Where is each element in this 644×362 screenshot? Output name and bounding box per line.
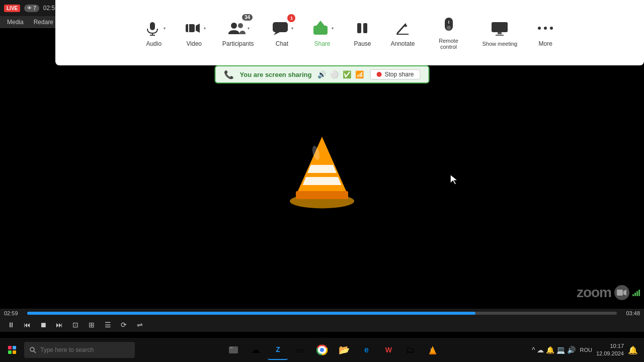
search-input[interactable] (40, 346, 126, 353)
svg-marker-29 (307, 165, 337, 173)
zoom-tool-remote[interactable]: Remote control (423, 12, 474, 54)
taskbar-app-files[interactable] (223, 340, 244, 360)
next-button[interactable]: ⏭ (52, 319, 66, 331)
vol-bar-3 (636, 291, 638, 296)
svg-rect-13 (363, 23, 367, 33)
taskbar-search[interactable] (24, 342, 135, 358)
start-button[interactable] (0, 338, 24, 362)
svg-point-25 (550, 27, 553, 30)
audio-label: Audio (146, 40, 162, 47)
svg-line-41 (34, 351, 36, 353)
svg-point-7 (238, 23, 243, 28)
notification-area[interactable]: 🔔 (628, 345, 638, 355)
playlist-button[interactable]: ☰ (101, 319, 115, 331)
svg-rect-21 (498, 32, 502, 34)
zoom-tool-chat[interactable]: 1 ▾ Chat (262, 14, 302, 51)
menu-media[interactable]: Media (2, 18, 29, 27)
audio-caret: ▾ (164, 26, 166, 31)
svg-rect-39 (13, 350, 16, 354)
svg-rect-36 (8, 346, 12, 349)
svg-point-6 (231, 23, 237, 29)
vlc-progress-area[interactable]: 02:59 03:48 (0, 309, 644, 318)
svg-marker-35 (623, 290, 626, 296)
taskbar-clock[interactable]: 10:17 12.09.2024 (596, 342, 624, 358)
zoom-tool-more[interactable]: More (525, 14, 566, 51)
remote-label: Remote control (431, 38, 466, 50)
tray-volume-icon[interactable]: 🔊 (567, 346, 576, 354)
play-pause-button[interactable]: ⏸ (4, 319, 18, 331)
tray-expand-icon[interactable]: ^ (532, 346, 535, 354)
annotate-label: Annotate (390, 40, 415, 47)
zoom-tool-audio[interactable]: ▾ Audio (134, 14, 174, 51)
taskbar-app-zoom[interactable]: Z (268, 340, 288, 360)
share-icon (310, 18, 331, 38)
taskbar-app-vlc[interactable] (423, 340, 443, 360)
live-badge: LIVE (4, 5, 20, 12)
svg-rect-37 (13, 346, 16, 349)
vlc-controls: ⏸ ⏮ ⏹ ⏭ ⊡ ⊞ ☰ ⟳ ⇌ zoom (0, 318, 644, 332)
zoom-tool-participants[interactable]: 34 ▾ Participants (214, 14, 262, 51)
video-label: Video (187, 40, 202, 47)
taskbar-app-chrome[interactable] (312, 340, 332, 360)
progress-bar[interactable] (27, 312, 617, 315)
zoom-tool-annotate[interactable]: Annotate (382, 14, 423, 51)
extended-settings-button[interactable]: ⊞ (85, 319, 99, 331)
stop-dot (376, 72, 381, 77)
clock-time: 10:17 (596, 342, 624, 350)
taskbar-right: ^ ☁ 🔔 💻 🔊 ROU 10:17 12.09.2024 🔔 (532, 342, 644, 358)
audio-icon (142, 18, 163, 38)
loop-button[interactable]: ⟳ (117, 319, 131, 331)
vol-bar-4 (638, 290, 640, 296)
stop-button[interactable]: ⏹ (36, 319, 50, 331)
volume-icon: 🔊 (317, 70, 326, 78)
taskbar-app-wps[interactable]: W (378, 340, 398, 360)
video-icon (183, 18, 203, 38)
taskbar-app-onedrive[interactable]: ☁ (246, 340, 266, 360)
svg-point-18 (447, 26, 451, 30)
tray-onedrive-icon[interactable]: ☁ (537, 346, 544, 354)
menu-redare[interactable]: Redare (29, 18, 58, 27)
video-caret: ▾ (204, 26, 206, 31)
tray-device-icon[interactable]: 💻 (556, 346, 565, 354)
svg-rect-0 (150, 22, 155, 30)
random-button[interactable]: ⇌ (133, 319, 147, 331)
zoom-icon (614, 285, 629, 300)
svg-rect-47 (429, 353, 436, 354)
svg-marker-9 (274, 32, 280, 35)
zoom-tool-pause[interactable]: Pause (342, 14, 382, 51)
svg-point-23 (538, 27, 541, 30)
more-label: More (539, 40, 552, 47)
vol-bar-2 (634, 293, 636, 296)
taskbar-app-desktop[interactable]: ▭ (290, 340, 310, 360)
zoom-tool-video[interactable]: ▾ Video (174, 14, 214, 51)
svg-rect-10 (313, 26, 328, 35)
more-icon (535, 18, 555, 38)
show-meeting-label: Show meeting (482, 41, 518, 47)
progress-fill (27, 312, 475, 315)
taskbar-tray: ^ ☁ 🔔 💻 🔊 (532, 346, 576, 354)
svg-marker-11 (316, 21, 325, 26)
zoom-tool-show-meeting[interactable]: Show meeting (474, 15, 526, 51)
taskbar-apps: ☁ Z ▭ 📂 e W 🗂 (135, 340, 532, 360)
stop-share-button[interactable]: Stop share (370, 69, 420, 79)
total-time: 03:48 (621, 310, 640, 316)
annotate-icon (392, 18, 413, 38)
taskbar-app-files2[interactable]: 🗂 (400, 340, 421, 360)
tray-bell-icon[interactable]: 🔔 (546, 346, 554, 354)
share-status-icons: 🔊 ⚪ ✅ 📶 (317, 70, 364, 78)
svg-rect-42 (229, 346, 238, 353)
taskbar-app-explorer[interactable]: 📂 (334, 340, 354, 360)
prev-button[interactable]: ⏮ (20, 319, 34, 331)
svg-rect-34 (617, 290, 623, 296)
participants-caret: ▾ (248, 26, 250, 31)
aspect-ratio-button[interactable]: ⊡ (68, 319, 83, 331)
show-meeting-icon (490, 19, 510, 39)
vol-bar-1 (632, 294, 634, 296)
signal-icon-2: 📶 (355, 70, 364, 78)
zoom-tool-share[interactable]: ▾ Share (302, 14, 342, 51)
taskbar-language: ROU (580, 347, 592, 353)
svg-rect-8 (273, 22, 288, 32)
participants-label: Participants (222, 40, 254, 47)
taskbar-app-edge[interactable]: e (356, 340, 376, 360)
svg-rect-12 (357, 23, 361, 33)
